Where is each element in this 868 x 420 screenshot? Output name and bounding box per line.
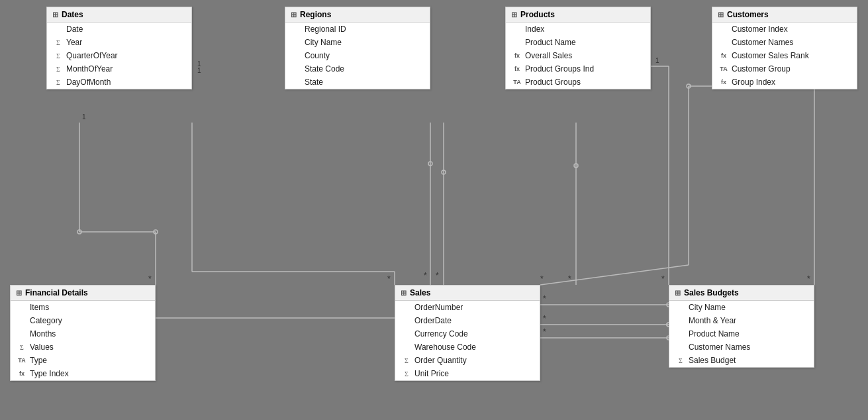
table-row[interactable]: Currency Code [395, 327, 540, 341]
table-grid-icon: ⊞ [52, 11, 58, 19]
field-name: Category [30, 316, 62, 325]
table-grid-icon: ⊞ [718, 11, 724, 19]
field-name: Unit Price [414, 369, 449, 378]
table-row[interactable]: OrderNumber [395, 301, 540, 314]
table-row[interactable]: Months [11, 327, 155, 341]
table-row[interactable]: State Code [285, 62, 430, 76]
table-row[interactable]: ΣQuarterOfYear [47, 49, 191, 62]
table-row[interactable]: Product Name [506, 36, 650, 49]
field-name: Sales Budget [689, 356, 736, 365]
measure-icon: fx [719, 79, 728, 85]
table-row[interactable]: Items [11, 301, 155, 314]
regions-table-header: ⊞ Regions [285, 7, 430, 23]
table-row[interactable]: ΣOrder Quantity [395, 354, 540, 367]
table-row[interactable]: City Name [669, 301, 814, 314]
field-name: Month & Year [689, 316, 736, 325]
table-row[interactable]: ΣMonthOfYear [47, 62, 191, 76]
table-row[interactable]: fxCustomer Sales Rank [712, 49, 857, 62]
field-name: OrderDate [414, 316, 452, 325]
customers-table-title: Customers [727, 10, 769, 19]
svg-text:1: 1 [197, 60, 201, 68]
sales-table-body[interactable]: OrderNumber OrderDate Currency Code Ware… [395, 301, 540, 380]
sales-table: ⊞ Sales OrderNumber OrderDate Currency C… [395, 285, 540, 381]
measure-icon: fx [17, 370, 26, 377]
products-table: ⊞ Products Index Product Name fxOverall … [505, 7, 651, 89]
financial-details-table-header: ⊞ Financial Details [11, 286, 155, 301]
field-name: Product Groups [525, 78, 581, 87]
financial-details-table-title: Financial Details [25, 288, 88, 297]
table-row[interactable]: Index [506, 23, 650, 36]
table-row[interactable]: Customer Names [712, 36, 857, 49]
svg-text:*: * [543, 327, 546, 337]
table-row[interactable]: County [285, 49, 430, 62]
table-row[interactable]: ΣYear [47, 36, 191, 49]
table-row[interactable]: TACustomer Group [712, 62, 857, 76]
svg-point-16 [574, 164, 578, 168]
customers-table-body[interactable]: Customer Index Customer Names fxCustomer… [712, 23, 857, 89]
field-name: Type [30, 356, 47, 365]
sigma-icon: Σ [54, 66, 63, 73]
sigma-icon: Σ [402, 370, 411, 378]
svg-text:*: * [436, 271, 439, 280]
dates-table: ⊞ Dates Date ΣYear ΣQuarterOfYear ΣMonth… [46, 7, 192, 89]
svg-text:1: 1 [82, 113, 86, 121]
financial-details-table-body[interactable]: Items Category Months ΣValues TAType fxT… [11, 301, 155, 380]
sigma-icon: Σ [54, 79, 63, 86]
svg-text:*: * [540, 274, 544, 284]
field-name: Product Groups Ind [525, 64, 594, 74]
table-row[interactable]: Customer Names [669, 341, 814, 354]
table-row[interactable]: Product Name [669, 327, 814, 341]
svg-text:1: 1 [655, 57, 659, 64]
table-row[interactable]: fxGroup Index [712, 76, 857, 89]
field-name: Overall Sales [525, 51, 572, 60]
field-name: Warehouse Code [414, 342, 476, 352]
field-name: State Code [305, 64, 344, 74]
table-grid-icon: ⊞ [291, 11, 297, 19]
table-row[interactable]: Month & Year [669, 314, 814, 327]
field-name: DayOfMonth [66, 78, 111, 87]
sales-budgets-table-header: ⊞ Sales Budgets [669, 286, 814, 301]
table-row[interactable]: fxOverall Sales [506, 49, 650, 62]
regions-table-title: Regions [300, 10, 331, 19]
table-row[interactable]: ΣSales Budget [669, 354, 814, 367]
svg-point-12 [442, 170, 446, 174]
products-table-title: Products [520, 10, 555, 19]
svg-text:*: * [807, 274, 810, 284]
dates-table-body[interactable]: Date ΣYear ΣQuarterOfYear ΣMonthOfYear Σ… [47, 23, 191, 89]
svg-point-44 [154, 230, 158, 234]
measure-icon: fx [512, 52, 522, 59]
regions-table: ⊞ Regions Regional ID City Name County S… [285, 7, 430, 89]
table-row[interactable]: ΣDayOfMonth [47, 76, 191, 89]
table-grid-icon: ⊞ [675, 289, 681, 297]
field-name: State [305, 78, 323, 87]
table-row[interactable]: TAType [11, 354, 155, 367]
field-name: Date [66, 25, 83, 34]
svg-text:*: * [568, 274, 571, 284]
svg-text:1: 1 [197, 67, 201, 74]
table-row[interactable]: fxType Index [11, 367, 155, 380]
table-row[interactable]: Date [47, 23, 191, 36]
table-row[interactable]: ΣUnit Price [395, 367, 540, 380]
table-row[interactable]: Regional ID [285, 23, 430, 36]
field-name: Months [30, 329, 56, 339]
table-row[interactable]: Warehouse Code [395, 341, 540, 354]
svg-line-32 [540, 265, 689, 285]
products-table-body[interactable]: Index Product Name fxOverall Sales fxPro… [506, 23, 650, 89]
field-name: Year [66, 38, 82, 47]
table-row[interactable]: Category [11, 314, 155, 327]
table-row[interactable]: City Name [285, 36, 430, 49]
table-row[interactable]: State [285, 76, 430, 89]
sigma-icon: Σ [676, 357, 685, 364]
regions-table-body[interactable]: Regional ID City Name County State Code … [285, 23, 430, 89]
table-grid-icon: ⊞ [511, 11, 517, 19]
products-table-header: ⊞ Products [506, 7, 650, 23]
table-row[interactable]: OrderDate [395, 314, 540, 327]
table-row[interactable]: Customer Index [712, 23, 857, 36]
svg-text:*: * [543, 314, 546, 323]
sales-budgets-table-body[interactable]: City Name Month & Year Product Name Cust… [669, 301, 814, 367]
field-name: Type Index [30, 369, 69, 378]
measure-icon: fx [512, 66, 522, 72]
table-row[interactable]: TAProduct Groups [506, 76, 650, 89]
table-row[interactable]: ΣValues [11, 341, 155, 354]
table-row[interactable]: fxProduct Groups Ind [506, 62, 650, 76]
